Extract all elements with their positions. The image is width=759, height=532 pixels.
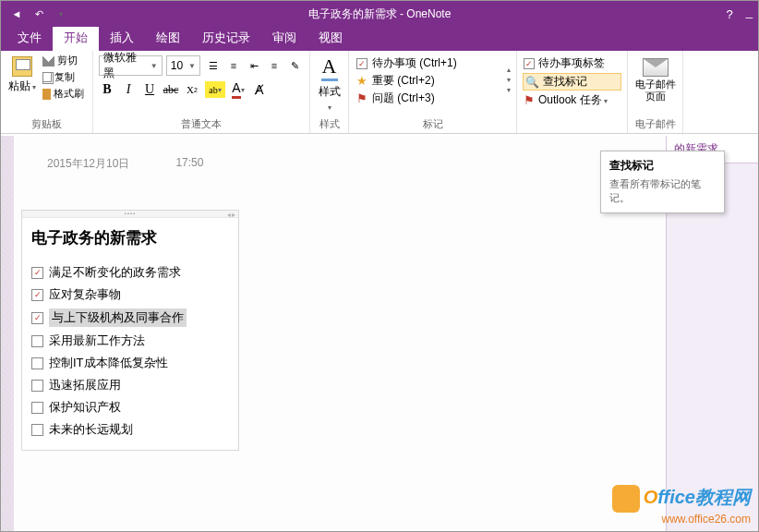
checkbox-icon: ✓ xyxy=(524,58,535,69)
checkbox-icon[interactable] xyxy=(31,380,43,392)
clipboard-group-label: 剪贴板 xyxy=(6,115,87,133)
quick-access-toolbar: ◄ ↶ xyxy=(1,6,77,22)
tab-view[interactable]: 视图 xyxy=(307,25,354,51)
email-page-button[interactable]: 电子邮件页面 xyxy=(633,53,677,103)
search-icon: 🔍 xyxy=(525,76,539,89)
checkbox-icon[interactable]: ✓ xyxy=(31,312,43,324)
bold-button[interactable]: B xyxy=(99,81,115,98)
styles-button[interactable]: A 样式 xyxy=(316,53,343,113)
tooltip-title: 查找标记 xyxy=(609,158,716,174)
group-styles: A 样式 样式 xyxy=(310,51,349,133)
paste-icon xyxy=(12,56,32,77)
tag-question[interactable]: ⚑问题 (Ctrl+3) xyxy=(355,90,507,107)
tab-file[interactable]: 文件 xyxy=(6,25,53,51)
numbering-button[interactable]: ≡ xyxy=(224,55,243,76)
checkbox-icon[interactable] xyxy=(31,357,43,369)
eraser-icon[interactable]: ✎ xyxy=(285,55,304,76)
qat-customize-icon[interactable] xyxy=(53,6,69,22)
list-item[interactable]: 采用最新工作方法 xyxy=(31,330,229,352)
list-item[interactable]: ✓与上下级机构及同事合作 xyxy=(31,306,229,330)
ribbon: 粘贴 剪切 复制 格式刷 剪贴板 微软雅黑▼ 10▼ ☰ ≡ ⇤ ≡ ✎ xyxy=(1,51,758,134)
list-item[interactable]: ✓应对复杂事物 xyxy=(31,284,229,306)
cut-button[interactable]: 剪切 xyxy=(41,53,86,68)
list-item[interactable]: ✓满足不断变化的政务需求 xyxy=(31,261,229,284)
font-family-select[interactable]: 微软雅黑▼ xyxy=(99,55,163,76)
ribbon-tabs: 文件 开始 插入 绘图 历史记录 审阅 视图 xyxy=(1,27,758,51)
left-decoration xyxy=(1,136,14,531)
checkbox-icon[interactable]: ✓ xyxy=(31,289,43,301)
font-group-label: 普通文本 xyxy=(99,115,304,133)
outlook-tasks-button[interactable]: ⚑Outlook 任务 xyxy=(523,91,621,109)
tags-spinner[interactable]: ▴▾▾ xyxy=(507,53,511,107)
list-item-text[interactable]: 控制IT成本降低复杂性 xyxy=(49,355,168,371)
title-bar: ◄ ↶ 电子政务的新需求 - OneNote ? _ xyxy=(1,1,758,27)
tags-group-label: 标记 xyxy=(355,115,511,133)
font-color-button[interactable]: A xyxy=(230,81,247,98)
tooltip: 查找标记 查看所有带标记的笔记。 xyxy=(600,151,725,213)
tag-todo[interactable]: ✓待办事项 (Ctrl+1) xyxy=(355,54,507,72)
tooltip-body: 查看所有带标记的笔记。 xyxy=(609,177,716,206)
back-icon[interactable]: ◄ xyxy=(8,6,25,22)
checkbox-icon[interactable] xyxy=(31,424,43,436)
format-painter-button[interactable]: 格式刷 xyxy=(41,86,86,102)
tab-history[interactable]: 历史记录 xyxy=(191,25,261,51)
note-canvas[interactable]: 2015年12月10日 17:50 •••• 电子政务的新需求 ✓满足不断变化的… xyxy=(14,136,666,531)
group-font: 微软雅黑▼ 10▼ ☰ ≡ ⇤ ≡ ✎ B I U abc X2 ab A A̸ xyxy=(93,51,310,133)
italic-button[interactable]: I xyxy=(120,81,137,98)
list-item-text[interactable]: 采用最新工作方法 xyxy=(49,332,145,349)
group-clipboard: 粘贴 剪切 复制 格式刷 剪贴板 xyxy=(1,51,93,133)
highlight-button[interactable]: ab xyxy=(205,81,225,98)
envelope-icon xyxy=(643,58,669,77)
tab-draw[interactable]: 绘图 xyxy=(145,25,191,51)
tag-important[interactable]: ★重要 (Ctrl+2) xyxy=(355,72,507,90)
align-button[interactable]: ≡ xyxy=(265,55,283,76)
group-tags: ✓待办事项 (Ctrl+1) ★重要 (Ctrl+2) ⚑问题 (Ctrl+3)… xyxy=(349,51,517,133)
subscript-button[interactable]: X2 xyxy=(184,81,200,98)
logo-icon xyxy=(612,485,640,513)
list-item-text[interactable]: 满足不断变化的政务需求 xyxy=(49,264,181,281)
note-title[interactable]: 电子政务的新需求 xyxy=(22,218,238,261)
tab-home[interactable]: 开始 xyxy=(53,25,99,51)
list-item[interactable]: 保护知识产权 xyxy=(31,396,229,418)
list-item[interactable]: 控制IT成本降低复杂性 xyxy=(31,352,229,374)
strike-button[interactable]: abc xyxy=(163,81,179,98)
note-container[interactable]: •••• 电子政务的新需求 ✓满足不断变化的政务需求✓应对复杂事物✓与上下级机构… xyxy=(21,210,239,451)
copy-button[interactable]: 复制 xyxy=(41,69,86,85)
checklist: ✓满足不断变化的政务需求✓应对复杂事物✓与上下级机构及同事合作采用最新工作方法控… xyxy=(22,261,238,450)
list-item-text[interactable]: 与上下级机构及同事合作 xyxy=(49,308,187,327)
page-time: 17:50 xyxy=(175,156,203,172)
tab-review[interactable]: 审阅 xyxy=(261,25,307,51)
list-item-text[interactable]: 保护知识产权 xyxy=(49,399,121,416)
note-drag-handle[interactable]: •••• xyxy=(22,211,238,218)
page-meta: 2015年12月10日 17:50 xyxy=(14,136,666,172)
font-size-select[interactable]: 10▼ xyxy=(166,55,200,76)
brush-icon xyxy=(42,89,51,100)
list-item-text[interactable]: 应对复杂事物 xyxy=(49,286,121,303)
copy-icon xyxy=(42,72,52,82)
bullets-button[interactable]: ☰ xyxy=(204,55,223,76)
list-item[interactable]: 迅速拓展应用 xyxy=(31,374,229,396)
checkbox-icon[interactable] xyxy=(31,402,43,414)
checkbox-icon[interactable] xyxy=(31,335,43,347)
flag-icon: ⚑ xyxy=(356,91,367,105)
star-icon: ★ xyxy=(356,74,367,88)
undo-icon[interactable]: ↶ xyxy=(30,6,47,22)
paste-button[interactable]: 粘贴 xyxy=(6,53,38,94)
group-find: ✓待办事项标签 🔍查找标记 ⚑Outlook 任务 xyxy=(517,51,628,133)
list-item[interactable]: 未来的长远规划 xyxy=(31,418,229,441)
tab-insert[interactable]: 插入 xyxy=(99,25,145,51)
find-tags-button[interactable]: 🔍查找标记 xyxy=(523,73,621,91)
minimize-icon[interactable]: _ xyxy=(746,5,753,18)
flag-icon: ⚑ xyxy=(524,93,535,107)
help-icon[interactable]: ? xyxy=(727,7,733,21)
page-date: 2015年12月10日 xyxy=(47,156,129,172)
checkbox-icon[interactable]: ✓ xyxy=(31,267,43,279)
indent-button[interactable]: ⇤ xyxy=(245,55,263,76)
list-item-text[interactable]: 迅速拓展应用 xyxy=(49,377,121,393)
watermark: Office教程网 www.office26.com xyxy=(612,485,751,526)
clear-format-button[interactable]: A̸ xyxy=(251,81,268,98)
list-item-text[interactable]: 未来的长远规划 xyxy=(49,421,133,438)
underline-button[interactable]: U xyxy=(141,81,158,98)
todo-tag-button[interactable]: ✓待办事项标签 xyxy=(523,54,621,72)
styles-group-label: 样式 xyxy=(316,115,343,133)
